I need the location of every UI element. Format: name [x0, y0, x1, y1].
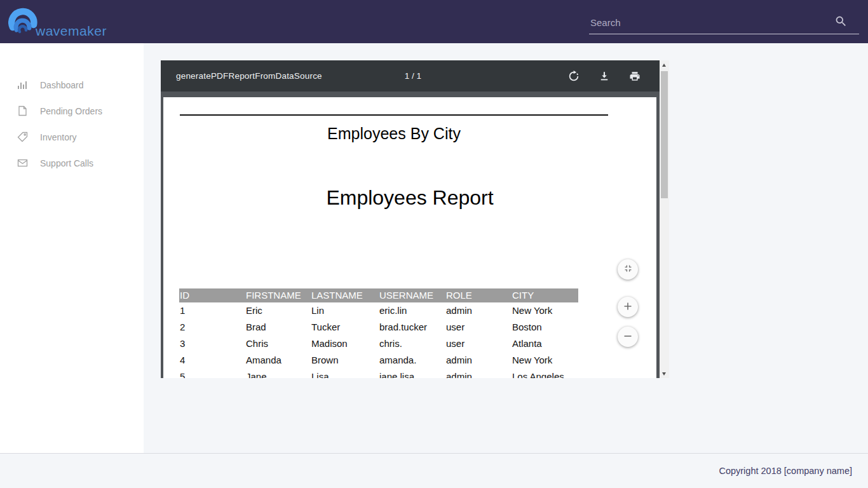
table-cell: Chris: [246, 336, 268, 352]
pdf-content-area: Employees By City Employees Report IDFIR…: [161, 92, 660, 378]
table-cell: 1: [180, 302, 185, 319]
pdf-page-header-title: Employees By City: [180, 125, 608, 143]
app-footer: Copyright 2018 [company name]: [0, 453, 868, 488]
table-cell: Madison: [311, 336, 348, 352]
table-cell: Tucker: [311, 319, 340, 336]
table-column-header: ID: [180, 288, 189, 302]
table-cell: brad.tucker: [379, 319, 427, 336]
table-cell: 5: [180, 369, 185, 378]
table-cell: Jane: [246, 369, 267, 378]
plus-icon: [623, 301, 633, 313]
table-row: 4AmandaBrownamanda.adminNew York: [179, 352, 578, 369]
scroll-down-arrow-icon[interactable]: [660, 369, 669, 378]
table-cell: 4: [180, 352, 185, 369]
pdf-scrollbar[interactable]: [660, 60, 669, 378]
zoom-out-button[interactable]: [618, 327, 638, 347]
table-cell: user: [446, 319, 465, 336]
table-cell: 2: [180, 319, 185, 336]
scrollbar-thumb[interactable]: [661, 71, 668, 198]
table-cell: Lisa: [311, 369, 329, 378]
table-column-header: LASTNAME: [311, 288, 363, 302]
zoom-in-button[interactable]: [618, 297, 638, 317]
tag-icon: [17, 132, 28, 142]
search-box: [589, 8, 859, 34]
wavemaker-logo-icon: [8, 4, 37, 39]
table-cell: Lin: [311, 302, 324, 319]
table-column-header: CITY: [512, 288, 534, 302]
download-icon[interactable]: [599, 71, 610, 82]
table-cell: 3: [180, 336, 185, 352]
sidebar-item-support-calls[interactable]: Support Calls: [0, 150, 144, 176]
table-body: 1EricLineric.linadminNew York2BradTucker…: [179, 302, 578, 378]
table-header-row: IDFIRSTNAMELASTNAMEUSERNAMEROLECITY: [179, 288, 578, 302]
print-icon[interactable]: [629, 71, 641, 82]
sidebar-item-label: Pending Orders: [40, 106, 102, 116]
table-cell: amanda.: [379, 352, 416, 369]
document-icon: [17, 105, 28, 116]
search-input[interactable]: [590, 13, 825, 31]
table-row: 5JaneLisajane.lisaadminLos Angeles: [179, 369, 578, 378]
pdf-document-title: generatePDFReportFromDataSource: [176, 60, 322, 92]
table-column-header: FIRSTNAME: [246, 288, 301, 302]
pdf-page: Employees By City Employees Report IDFIR…: [163, 97, 656, 378]
pdf-viewer: generatePDFReportFromDataSource 1 / 1: [161, 60, 669, 378]
table-cell: eric.lin: [379, 302, 407, 319]
sidebar-item-inventory[interactable]: Inventory: [0, 124, 144, 150]
table-cell: user: [446, 336, 465, 352]
table-row: 3ChrisMadisonchris.userAtlanta: [179, 336, 578, 352]
table-cell: admin: [446, 352, 472, 369]
table-row: 1EricLineric.linadminNew York: [179, 302, 578, 319]
table-cell: Brown: [311, 352, 339, 369]
sidebar-item-pending-orders[interactable]: Pending Orders: [0, 98, 144, 124]
fit-to-page-button[interactable]: [618, 259, 638, 280]
fit-page-icon: [623, 263, 634, 276]
mail-icon: [17, 158, 28, 168]
scroll-up-arrow-icon[interactable]: [660, 60, 669, 70]
copyright-text: Copyright 2018 [company name]: [719, 454, 852, 488]
pdf-report-title: Employees Report: [163, 186, 656, 210]
page-indicator: 1 / 1: [405, 60, 421, 92]
left-sidebar: Dashboard Pending Orders Inventory: [0, 43, 144, 453]
table-cell: Amanda: [246, 352, 281, 369]
table-column-header: USERNAME: [379, 288, 433, 302]
table-cell: chris.: [379, 336, 402, 352]
pdf-header-rule: [180, 114, 608, 116]
table-column-header: ROLE: [446, 288, 472, 302]
table-cell: Eric: [246, 302, 262, 319]
table-cell: admin: [446, 302, 472, 319]
sidebar-item-dashboard[interactable]: Dashboard: [0, 72, 144, 98]
app-header: wavemaker: [0, 0, 868, 43]
rotate-icon[interactable]: [568, 71, 580, 82]
table-row: 2BradTuckerbrad.tuckeruserBoston: [179, 319, 578, 336]
application-window: wavemaker Dashboard: [0, 0, 868, 488]
sidebar-nav: Dashboard Pending Orders Inventory: [0, 72, 144, 176]
table-cell: Boston: [512, 319, 542, 336]
brand-name: wavemaker: [36, 24, 107, 38]
search-icon[interactable]: [834, 15, 848, 28]
table-cell: jane.lisa: [379, 369, 414, 378]
bar-chart-icon: [17, 79, 28, 90]
pdf-toolbar-actions: [568, 60, 641, 92]
table-cell: New York: [512, 352, 552, 369]
table-cell: admin: [446, 369, 472, 378]
sidebar-item-label: Support Calls: [40, 158, 93, 168]
table-cell: Los Angeles: [512, 369, 564, 378]
sidebar-item-label: Inventory: [40, 132, 77, 142]
table-cell: Brad: [246, 319, 266, 336]
table-cell: New York: [512, 302, 552, 319]
table-cell: Atlanta: [512, 336, 542, 352]
pdf-toolbar: generatePDFReportFromDataSource 1 / 1: [161, 60, 660, 92]
minus-icon: [623, 331, 633, 343]
sidebar-item-label: Dashboard: [40, 80, 84, 90]
